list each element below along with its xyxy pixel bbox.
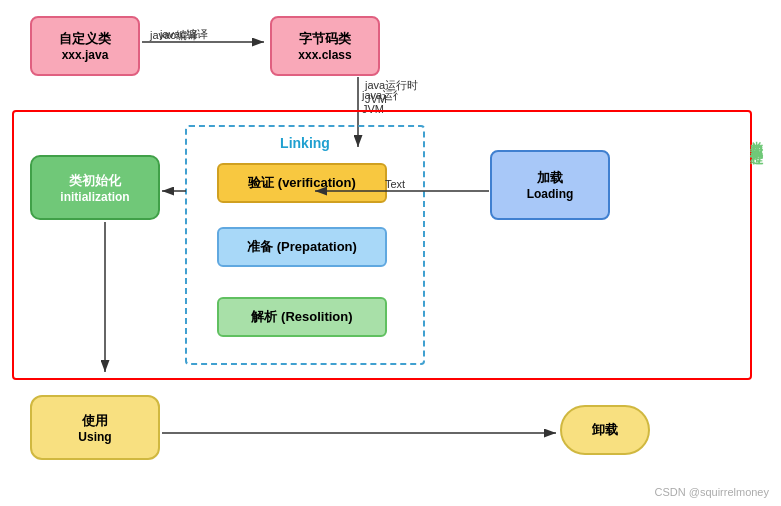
java-runtime-text: java运行时 JVM: [365, 78, 418, 105]
verification-box: 验证 (verification): [217, 163, 387, 203]
unloading-cn: 卸载: [592, 421, 618, 439]
loading-box: 加载 Loading: [490, 150, 610, 220]
diagram: 自定义类 xxx.java 字节码类 xxx.class javac编译 jav…: [0, 0, 781, 506]
resolution-label: 解析 (Resolition): [251, 308, 352, 326]
loading-cn: 加载: [537, 169, 563, 187]
initialization-cn: 类初始化: [69, 172, 121, 190]
preparation-label: 准备 (Prepatation): [247, 238, 357, 256]
initialization-en: initialization: [60, 190, 129, 204]
side-label-text: 类加载三个过程: [749, 130, 764, 144]
unloading-box: 卸载: [560, 405, 650, 455]
preparation-box: 准备 (Prepatation): [217, 227, 387, 267]
bytecode-class-box: 字节码类 xxx.class: [270, 16, 380, 76]
custom-class-box: 自定义类 xxx.java: [30, 16, 140, 76]
bytecode-class-en: xxx.class: [298, 48, 351, 62]
using-box: 使用 Using: [30, 395, 160, 460]
using-cn: 使用: [82, 412, 108, 430]
bytecode-class-cn: 字节码类: [299, 30, 351, 48]
custom-class-cn: 自定义类: [59, 30, 111, 48]
resolution-box: 解析 (Resolition): [217, 297, 387, 337]
watermark: CSDN @squirrelmoney: [655, 486, 769, 498]
custom-class-en: xxx.java: [62, 48, 109, 62]
verification-label: 验证 (verification): [248, 174, 356, 192]
javac-text: javac编译: [150, 28, 198, 43]
linking-title: Linking: [280, 135, 330, 151]
loading-en: Loading: [527, 187, 574, 201]
using-to-unloading-arrow: [160, 418, 566, 448]
using-en: Using: [78, 430, 111, 444]
linking-container: Linking 验证 (verification) 准备 (Prepatatio…: [185, 125, 425, 365]
side-label: 类加载三个过程: [747, 130, 765, 350]
initialization-box: 类初始化 initialization: [30, 155, 160, 220]
